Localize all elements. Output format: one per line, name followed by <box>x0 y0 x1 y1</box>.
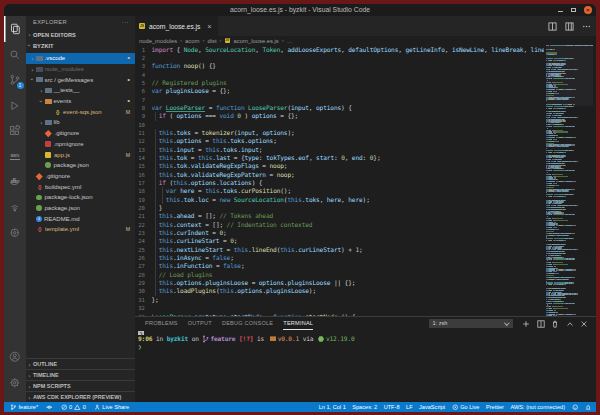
panel-tab-problems[interactable]: PROBLEMS <box>145 317 178 330</box>
tree-item-node-modules[interactable]: ›node_modules <box>26 64 135 75</box>
tree-item--gitignore[interactable]: .gitignore <box>26 171 135 182</box>
more-actions-icon[interactable] <box>582 22 591 31</box>
git-modified-badge: M <box>126 226 130 232</box>
tree-item-readme-md[interactable]: iREADME.md <box>26 213 135 224</box>
code-line-7 <box>152 96 545 104</box>
code-editor[interactable]: 1234567891011121314151617181920212223242… <box>135 45 596 316</box>
panel-tab-debug-console[interactable]: DEBUG CONSOLE <box>222 317 273 330</box>
status-aws-not-connected-[interactable]: AWS: (not connected) <box>510 404 565 410</box>
panel-tab-terminal[interactable]: TERMINAL <box>283 317 313 330</box>
close-panel-icon[interactable] <box>580 320 588 328</box>
gitlens-toggle[interactable] <box>46 404 53 411</box>
status-lf[interactable]: LF <box>406 404 413 410</box>
git-branch-indicator[interactable]: feature* <box>10 404 38 411</box>
breadcrumb-item[interactable]: acorn <box>185 38 200 44</box>
tree-item-buildspec-yml[interactable]: {}buildspec.yml <box>26 181 135 192</box>
new-terminal-icon[interactable] <box>522 320 530 328</box>
code-line-2 <box>152 54 545 62</box>
status-utf-8[interactable]: UTF-8 <box>384 404 400 410</box>
status-prettier[interactable]: Prettier <box>486 404 504 410</box>
extension-gear-icon[interactable] <box>4 220 26 246</box>
tree-item-package-lock-json[interactable]: package-lock.json <box>26 192 135 203</box>
minimize-button[interactable] <box>558 11 563 12</box>
breadcrumb-item[interactable]: acorn_loose.es.js <box>234 38 279 44</box>
code-line-4 <box>152 71 545 79</box>
source-control-icon[interactable]: 1 <box>4 67 26 93</box>
tree-item--tests-[interactable]: ›__tests__ <box>26 85 135 96</box>
remote-wifi-icon[interactable] <box>4 195 26 221</box>
git-branch-icon <box>202 335 209 343</box>
code-line-11: this.toks = tokenizer(input, options); <box>152 129 545 137</box>
account-icon[interactable] <box>4 344 26 370</box>
terminal-shell-select[interactable]: 1: zsh <box>429 319 513 328</box>
breadcrumb-item[interactable]: … <box>287 38 293 44</box>
chevron-right-icon: › <box>26 383 33 390</box>
git-modified-badge: M <box>126 109 130 115</box>
search-icon[interactable] <box>4 42 26 68</box>
close-button[interactable]: × <box>584 6 593 15</box>
chevron-right-icon: › <box>38 87 45 94</box>
tree-item-events[interactable]: ›events• <box>26 96 135 107</box>
code-line-32 <box>152 304 545 312</box>
docker-icon[interactable] <box>4 169 26 195</box>
status-go-live[interactable]: Go Live <box>452 404 480 411</box>
feedback-smiley-icon[interactable] <box>572 404 579 411</box>
status-ln-1-col-1[interactable]: Ln 1, Col 1 <box>319 404 346 410</box>
breadcrumb-item[interactable]: dist <box>208 38 217 44</box>
explorer-icon[interactable] <box>4 16 26 42</box>
tree-item-template-yml[interactable]: {}template.ymlM <box>26 224 135 235</box>
modified-dot-badge: • <box>127 53 130 63</box>
tree-item--gitignore[interactable]: .gitignore <box>26 128 135 139</box>
workspace-root-section[interactable]: ›BYZKIT <box>26 40 135 51</box>
breadcrumb[interactable]: node_modules›acorn›dist›JSacorn_loose.es… <box>135 36 596 45</box>
run-debug-icon[interactable] <box>4 93 26 119</box>
chevron-right-icon: › <box>38 119 45 126</box>
section-outline[interactable]: ›OUTLINE <box>26 358 135 369</box>
chevron-right-icon: › <box>29 55 36 62</box>
section-npm-scripts[interactable]: ›NPM SCRIPTS <box>26 380 135 391</box>
breadcrumb-separator: › <box>203 37 205 44</box>
tree-item-package-json[interactable]: package.json <box>26 160 135 171</box>
tab-close-icon[interactable]: × <box>207 22 211 31</box>
tree-item-app-js[interactable]: app.jsM <box>26 149 135 160</box>
js-file-icon: JS <box>139 23 145 29</box>
tree-item-src-getmessages[interactable]: ›src / getMessages• <box>26 74 135 85</box>
scm-badge: 1 <box>17 82 24 89</box>
tree-item--npmignore[interactable]: .npmignore <box>26 139 135 150</box>
split-editor-icon[interactable] <box>548 22 557 31</box>
settings-gear-icon[interactable] <box>4 370 26 396</box>
bottom-panel: PROBLEMSOUTPUTDEBUG CONSOLETERMINAL 1: z… <box>135 316 596 402</box>
panel-tab-output[interactable]: OUTPUT <box>188 317 212 330</box>
status-javascript[interactable]: JavaScript <box>419 404 445 410</box>
js-file-icon <box>45 152 51 158</box>
tab-acorn-loose[interactable]: JS acorn_loose.es.js × <box>135 16 218 36</box>
status-spaces-2[interactable]: Spaces: 2 <box>352 404 377 410</box>
split-terminal-icon[interactable] <box>537 320 545 328</box>
open-editors-section[interactable]: ›OPEN EDITORS <box>26 29 135 40</box>
code-line-3: function noop() {} <box>152 62 545 70</box>
terminal[interactable]: 2 9:06 in byzkit on feature [!?] is v0.0… <box>138 331 596 402</box>
minimap[interactable] <box>546 45 593 316</box>
tree-item--vscode[interactable]: ›.vscode• <box>26 53 135 64</box>
folder-file-icon <box>45 88 52 93</box>
breadcrumb-item[interactable]: node_modules <box>139 38 177 44</box>
tree-item-lib[interactable]: ›lib <box>26 117 135 128</box>
editor-layout-icon[interactable] <box>565 22 574 31</box>
maximize-panel-icon[interactable] <box>566 320 574 328</box>
notifications-bell-icon[interactable] <box>585 404 592 411</box>
chevron-down-icon: › <box>26 42 33 49</box>
braces-file-icon: {} <box>36 226 43 232</box>
section-timeline[interactable]: ›TIMELINE <box>26 369 135 380</box>
explorer-sidebar: EXPLORER··· ›OPEN EDITORS ›BYZKIT ›.vsco… <box>26 16 135 402</box>
section-aws-cdk-explorer-preview-[interactable]: ›AWS CDK EXPLORER (PREVIEW) <box>26 391 135 402</box>
live-share-button[interactable]: Live Share <box>94 404 129 411</box>
aws-icon[interactable]: aws <box>4 144 26 170</box>
extensions-icon[interactable] <box>4 118 26 144</box>
tree-item-package-json[interactable]: package.json <box>26 203 135 214</box>
folder-file-icon <box>36 77 43 82</box>
sidebar-more-actions[interactable]: ··· <box>122 16 129 29</box>
tree-item-event-sqs-json[interactable]: {}event-sqs.jsonM <box>26 106 135 117</box>
problems-indicator[interactable]: 0 0 <box>61 404 86 411</box>
maximize-button[interactable] <box>571 8 576 13</box>
kill-terminal-icon[interactable] <box>551 320 559 328</box>
